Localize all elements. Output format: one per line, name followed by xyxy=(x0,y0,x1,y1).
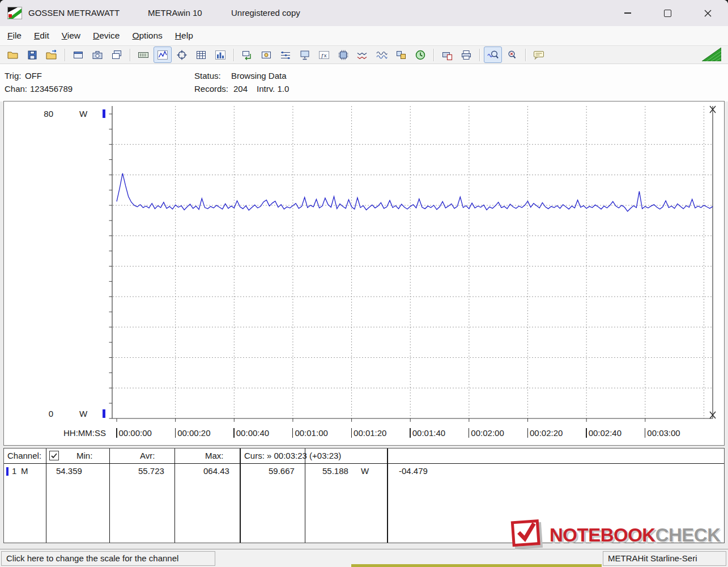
x-tick-label: 00:02:40 xyxy=(586,428,621,438)
app-logo-icon xyxy=(7,7,22,19)
notebookcheck-watermark: NOTEBOOKCHECK xyxy=(509,518,721,552)
file-export-icon[interactable] xyxy=(42,46,61,63)
x-tick-bar xyxy=(527,428,529,438)
app-name: METRAwin 10 xyxy=(148,0,202,26)
watermark-check-text: CHECK xyxy=(655,524,721,546)
col-header-channel: Channel: xyxy=(7,451,41,461)
checkmark-icon xyxy=(51,453,57,459)
x-tick-label: 00:03:00 xyxy=(645,428,680,438)
annotation-icon[interactable] xyxy=(530,46,548,63)
chart-axes xyxy=(112,106,713,418)
memory-read-icon[interactable] xyxy=(334,46,352,63)
cell-cursor-value-1: 59.667 xyxy=(269,466,295,476)
menu-view[interactable]: View xyxy=(56,27,87,45)
zoom-time-icon-glyph xyxy=(487,49,499,61)
menu-options[interactable]: Options xyxy=(126,27,168,45)
cell-channel-number[interactable]: 1 xyxy=(12,466,16,476)
x-tick-bar xyxy=(469,428,470,438)
view-new-window-icon[interactable] xyxy=(69,46,87,63)
crosshair-icon[interactable] xyxy=(173,46,191,63)
timer-icon[interactable] xyxy=(411,46,429,63)
chart-panel: 80 W 0 W HH:MM:SS 00:00:0000:00:2000:00:… xyxy=(3,101,725,446)
table-view-icon-glyph xyxy=(195,49,207,61)
x-tick-label: 00:00:40 xyxy=(233,428,269,438)
timer-icon-glyph xyxy=(414,49,427,61)
view-new-window-icon-glyph xyxy=(72,49,84,61)
minimize-button[interactable] xyxy=(615,0,641,26)
records-label: Records: xyxy=(194,84,228,94)
envelope-icon[interactable] xyxy=(373,46,391,63)
line-chart-icon-glyph xyxy=(156,49,169,61)
device-config-icon-glyph xyxy=(260,49,273,61)
file-save-icon[interactable] xyxy=(23,46,41,63)
maximize-button[interactable] xyxy=(654,0,680,26)
chan-label: Chan: xyxy=(5,84,27,94)
formula-icon-glyph: ƒx xyxy=(318,49,330,61)
merge-channels-icon[interactable] xyxy=(392,46,410,63)
power-chart[interactable] xyxy=(4,101,724,445)
close-button[interactable] xyxy=(695,0,721,26)
col-header-max: Max: xyxy=(205,451,224,461)
y-scale-handle-top[interactable] xyxy=(103,109,105,118)
cell-avr: 55.723 xyxy=(138,466,164,476)
x-tick-label: 00:00:00 xyxy=(116,428,152,438)
x-tick-label: 00:01:40 xyxy=(410,428,445,438)
y-axis-ticks xyxy=(109,114,645,422)
title-bar: GOSSEN METRAWATT METRAwin 10 Unregistere… xyxy=(0,0,728,26)
window-copy-icon[interactable] xyxy=(108,46,126,63)
line-chart-icon[interactable] xyxy=(154,46,172,63)
zoom-value-icon-glyph xyxy=(506,49,518,61)
numeric-display-icon[interactable] xyxy=(134,46,152,63)
col-header-cursor: Curs: » 00:03:23 (+03:23) xyxy=(244,451,341,461)
snapshot-icon[interactable] xyxy=(88,46,107,63)
x-tick-bar xyxy=(233,428,235,438)
x-tick-bar xyxy=(351,428,352,438)
y-scale-handle-bottom[interactable] xyxy=(103,409,105,418)
y-axis-unit-bottom: W xyxy=(79,409,87,418)
file-open-icon[interactable] xyxy=(4,46,22,63)
memory-read-icon-glyph xyxy=(337,49,350,61)
status-bar-message[interactable]: Click here to change the scale for the c… xyxy=(1,551,215,566)
print-preview-icon-glyph xyxy=(441,49,453,61)
menu-device[interactable]: Device xyxy=(87,27,126,45)
notebookcheck-logo-icon xyxy=(509,518,546,552)
table-view-icon[interactable] xyxy=(192,46,210,63)
toolbar-separator xyxy=(479,49,480,61)
menu-edit[interactable]: Edit xyxy=(28,27,56,45)
toolbar-separator xyxy=(65,49,65,61)
limit-markers-icon[interactable] xyxy=(354,46,372,63)
numeric-display-icon-glyph xyxy=(137,49,150,61)
envelope-icon-glyph xyxy=(376,49,388,61)
table-divider-bold xyxy=(240,448,241,543)
print-icon-glyph xyxy=(460,49,472,61)
x-tick-label: 00:01:20 xyxy=(351,428,387,438)
window-copy-icon-glyph xyxy=(110,49,123,61)
watermark-notebook-text: NOTEBOOK xyxy=(550,524,655,546)
zoom-value-icon[interactable] xyxy=(503,46,521,63)
x-tick-label: 00:02:00 xyxy=(469,428,504,438)
zoom-time-icon[interactable] xyxy=(484,46,502,63)
cell-unit: W xyxy=(361,466,369,476)
toolbar-grip-triangle[interactable] xyxy=(702,48,721,64)
col-header-avr: Avr: xyxy=(140,451,155,461)
print-icon[interactable] xyxy=(457,46,475,63)
monitor-icon-glyph xyxy=(299,49,311,61)
file-open-icon-glyph xyxy=(7,49,19,61)
histogram-icon[interactable] xyxy=(211,46,229,63)
channel-setup-icon-glyph xyxy=(279,49,292,61)
y-axis-unit-top: W xyxy=(79,109,87,119)
grip-triangle-icon xyxy=(702,48,721,61)
menu-help[interactable]: Help xyxy=(169,27,199,45)
monitor-icon[interactable] xyxy=(296,46,314,63)
trig-value: OFF xyxy=(25,71,42,81)
status-panel: Trig: OFF Chan: 123456789 Status: Browsi… xyxy=(0,64,728,101)
formula-icon[interactable]: ƒx xyxy=(315,46,333,63)
device-config-icon[interactable] xyxy=(257,46,275,63)
print-preview-icon[interactable] xyxy=(438,46,456,63)
channel-visibility-checkbox[interactable] xyxy=(49,451,59,460)
file-save-icon-glyph xyxy=(26,49,39,61)
menu-file[interactable]: File xyxy=(1,27,28,45)
trig-label: Trig: xyxy=(5,71,21,81)
channel-setup-icon[interactable] xyxy=(276,46,295,63)
device-transfer-icon[interactable] xyxy=(238,46,256,63)
